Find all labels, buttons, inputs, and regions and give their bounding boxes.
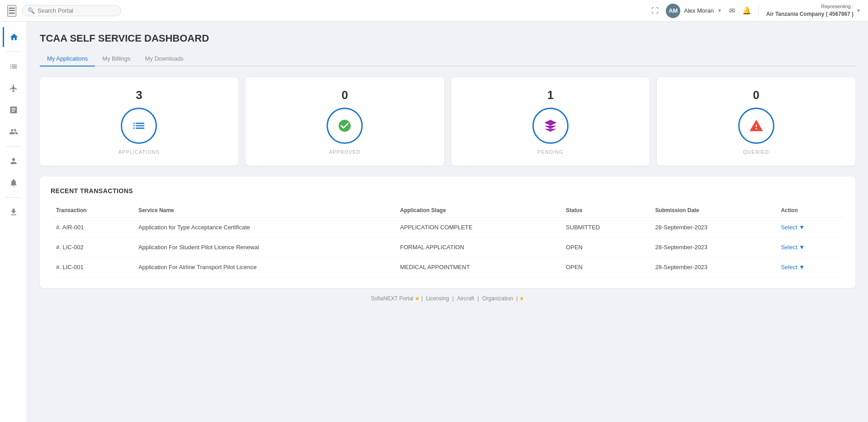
sidebar-divider-3 — [5, 197, 22, 198]
section-title: RECENT TRANSACTIONS — [51, 187, 844, 194]
transaction-id-2: #. LIC-001 — [51, 257, 133, 277]
bell-icon[interactable]: 🔔 — [742, 6, 751, 15]
hamburger-button[interactable]: ☰ — [7, 5, 16, 17]
service-name-2: Application For Airline Transport Pilot … — [133, 257, 395, 277]
avatar: AM — [666, 4, 680, 18]
star-icon-2: ★ — [519, 295, 524, 302]
user-name: Alex Moran — [684, 7, 714, 14]
col-status: Status — [560, 204, 650, 218]
search-input[interactable] — [38, 7, 110, 14]
star-icon-1: ★ — [415, 295, 421, 302]
header-divider — [759, 5, 759, 16]
col-service-name: Service Name — [133, 204, 395, 218]
sidebar-item-notifications[interactable] — [3, 173, 24, 193]
table-row: #. LIC-001 Application For Airline Trans… — [51, 257, 844, 277]
representing-text: Representing : Air Tanzania Company ( 45… — [766, 3, 854, 18]
status-0: SUBMITTED — [560, 218, 650, 237]
sidebar-item-form[interactable] — [3, 100, 24, 120]
tabs: My Applications My Billings My Downloads — [40, 52, 855, 66]
transaction-id-1: #. LIC-002 — [51, 237, 133, 257]
sidebar-divider-1 — [5, 52, 22, 52]
queried-label: QUERIED — [743, 149, 769, 155]
representing-chevron-icon[interactable]: ▼ — [856, 8, 861, 13]
table-row: #. AIR-001 Application for Type Acceptan… — [51, 218, 844, 237]
submission-date-1: 28-September-2023 — [650, 237, 775, 257]
select-button-0[interactable]: Select ▼ — [781, 224, 805, 231]
sidebar-item-home[interactable] — [3, 27, 24, 47]
user-info[interactable]: AM Alex Moran ▼ — [666, 4, 722, 18]
applications-count: 3 — [136, 88, 142, 102]
sidebar-divider-2 — [5, 146, 22, 147]
search-icon: 🔍 — [28, 7, 35, 14]
status-1: OPEN — [560, 237, 650, 257]
table-row: #. LIC-002 Application For Student Pilot… — [51, 237, 844, 257]
sidebar-item-person[interactable] — [3, 151, 24, 171]
footer-link-organization[interactable]: Organization — [482, 295, 513, 302]
col-application-stage: Application Stage — [395, 204, 561, 218]
header-left: ☰ 🔍 — [7, 5, 651, 17]
col-transaction: Transaction — [51, 204, 133, 218]
stat-card-approved: 0 APPROVED — [246, 77, 444, 166]
layout: TCAA SELF SERVICE DASHBOARD My Applicati… — [0, 22, 868, 422]
top-header: ☰ 🔍 ⛶ AM Alex Moran ▼ ✉ 🔔 Representing :… — [0, 0, 868, 22]
sidebar-item-download[interactable] — [3, 202, 24, 222]
sidebar-item-people[interactable] — [3, 122, 24, 142]
approved-count: 0 — [342, 88, 348, 102]
footer-brand: SofiaNEXT Portal ★ | Licensing | Aircraf… — [371, 295, 524, 302]
col-submission-date: Submission Date — [650, 204, 775, 218]
sidebar-item-list[interactable] — [3, 57, 24, 76]
stat-card-pending: 1 PENDING — [451, 77, 650, 166]
application-stage-1: FORMAL APPLICATION — [395, 237, 561, 257]
pending-count: 1 — [547, 88, 554, 102]
main-content: TCAA SELF SERVICE DASHBOARD My Applicati… — [27, 22, 868, 422]
submission-date-0: 28-September-2023 — [650, 218, 775, 237]
approved-circle — [327, 108, 363, 144]
transactions-section: RECENT TRANSACTIONS Transaction Service … — [40, 176, 855, 288]
user-chevron-icon: ▼ — [717, 8, 722, 13]
queried-count: 0 — [753, 88, 759, 102]
sidebar — [0, 22, 27, 422]
status-2: OPEN — [560, 257, 650, 277]
footer-link-aircraft[interactable]: Aircraft — [457, 295, 474, 302]
pending-label: PENDING — [537, 149, 563, 155]
table-header-row: Transaction Service Name Application Sta… — [51, 204, 844, 218]
page-title: TCAA SELF SERVICE DASHBOARD — [40, 33, 855, 44]
action-cell-0: Select ▼ — [775, 218, 844, 237]
footer: SofiaNEXT Portal ★ | Licensing | Aircraf… — [40, 288, 855, 309]
mail-icon[interactable]: ✉ — [729, 6, 735, 15]
sidebar-item-airplane[interactable] — [3, 78, 24, 98]
footer-link-licensing[interactable]: Licensing — [426, 295, 449, 302]
stat-card-applications: 3 APPLICATIONS — [40, 77, 238, 166]
select-button-1[interactable]: Select ▼ — [781, 244, 805, 251]
search-box: 🔍 — [22, 5, 121, 16]
approved-label: APPROVED — [329, 149, 360, 155]
application-stage-2: MEDICAL APPOINTMENT — [395, 257, 561, 277]
service-name-0: Application for Type Acceptance Certific… — [133, 218, 395, 237]
stat-card-queried: 0 QUERIED — [657, 77, 855, 166]
action-cell-2: Select ▼ — [775, 257, 844, 277]
fullscreen-icon[interactable]: ⛶ — [651, 7, 659, 15]
action-cell-1: Select ▼ — [775, 237, 844, 257]
header-right: ⛶ AM Alex Moran ▼ ✉ 🔔 Representing : Air… — [651, 3, 861, 18]
tab-my-billings[interactable]: My Billings — [95, 52, 138, 66]
applications-circle — [121, 108, 157, 144]
col-action: Action — [775, 204, 844, 218]
tab-my-downloads[interactable]: My Downloads — [138, 52, 190, 66]
service-name-1: Application For Student Pilot Licence Re… — [133, 237, 395, 257]
stat-cards: 3 APPLICATIONS 0 APPROVED 1 PEN — [40, 77, 855, 166]
applications-label: APPLICATIONS — [119, 149, 160, 155]
submission-date-2: 28-September-2023 — [650, 257, 775, 277]
tab-my-applications[interactable]: My Applications — [40, 52, 95, 66]
transactions-table: Transaction Service Name Application Sta… — [51, 204, 844, 277]
select-button-2[interactable]: Select ▼ — [781, 264, 805, 270]
transaction-id-0: #. AIR-001 — [51, 218, 133, 237]
application-stage-0: APPLICATION COMPLETE — [395, 218, 561, 237]
representing-info: Representing : Air Tanzania Company ( 45… — [766, 3, 861, 18]
pending-circle — [532, 108, 569, 144]
queried-circle — [738, 108, 774, 144]
